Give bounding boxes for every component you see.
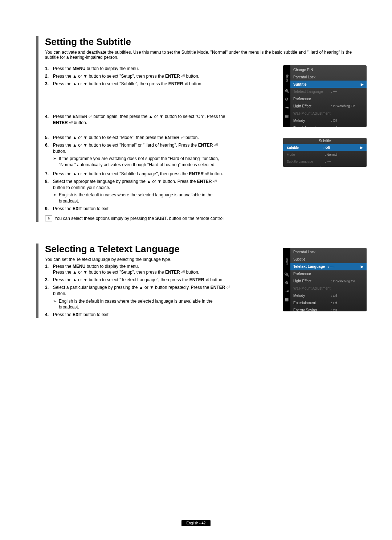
osd-row: Light Effect: In Watching TV <box>290 278 367 285</box>
osd-row: Energy Saving: Off <box>290 307 367 311</box>
step-num: 4. <box>45 114 53 126</box>
sub-note: English is the default in cases where th… <box>59 192 226 204</box>
osd-row: Mode: Normal <box>283 151 367 158</box>
step-num: 5. <box>45 135 53 141</box>
osd-title: Subtitle <box>283 138 367 144</box>
osd-sidebar-label: Setup <box>285 258 289 265</box>
section-setting-subtitle: Setting the Subtitle You can activate an… <box>36 36 367 222</box>
osd-footer-move: ◆ Move <box>300 166 311 167</box>
step-num: 2. <box>45 277 53 283</box>
step-text: Press the ENTER ⏎ button again, then pre… <box>53 114 226 126</box>
step-text: Press the EXIT button to exit. <box>53 312 234 318</box>
osd-setup-menu: Setup 🔌 ⚙ ⇥ ▦ Change PINParental LockSub… <box>283 65 367 127</box>
step-text: Press the ▲ or ▼ button to select "Subti… <box>53 171 226 177</box>
step-num: 6. <box>45 142 53 155</box>
section1-steps: 1. Press the MENU button to display the … <box>45 66 226 222</box>
remote-icon: ⎙ <box>45 216 52 221</box>
step-num: 8. <box>45 179 53 191</box>
osd-row: Preference <box>290 270 367 278</box>
osd-row: Entertainment: Off <box>290 124 367 127</box>
step-num: 1. <box>45 263 53 276</box>
plug-icon: 🔌 <box>284 89 289 93</box>
gear-icon: ⚙ <box>285 281 289 285</box>
osd-row: Subtitle: Off▶ <box>283 144 367 151</box>
step-text: Select a particular language by pressing… <box>53 285 234 297</box>
page-footer: English - 42 <box>0 520 392 525</box>
osd-setup-menu-teletext: Setup 🔌 ⚙ ⇥ ▦ Parental LockSubtitleTelet… <box>283 248 367 311</box>
note-arrow-icon: ➣ <box>53 192 59 204</box>
step-text: Press the ▲ or ▼ button to select "Setup… <box>53 73 226 79</box>
osd-row: Parental Lock <box>290 73 367 81</box>
osd-row: Subtitle <box>290 256 367 263</box>
section1-intro: You can activate and deactivate the subt… <box>45 50 367 60</box>
gear-icon: ⚙ <box>285 97 289 101</box>
step-num: 4. <box>45 312 53 318</box>
step-text: Press the MENU button to display the men… <box>53 263 234 276</box>
input-icon: ⇥ <box>285 289 289 293</box>
osd-row: Change PIN <box>290 66 367 73</box>
step-text: Select the appropriate language by press… <box>53 179 226 191</box>
osd-subtitle-menu: Subtitle Subtitle: Off▶Mode: NormalSubti… <box>283 138 367 167</box>
sub-note: If the programme you are watching does n… <box>59 156 226 168</box>
note-arrow-icon: ➣ <box>53 298 59 311</box>
osd-row: Light Effect: In Watching TV <box>290 102 367 110</box>
osd-row: Melody: Off <box>290 117 367 124</box>
input-icon: ⇥ <box>285 106 289 110</box>
osd-sidebar-label: Setup <box>285 74 289 82</box>
osd-row: Subtitle Language: ---- <box>283 158 367 165</box>
step-num: 1. <box>45 66 53 72</box>
section1-title: Setting the Subtitle <box>45 36 367 48</box>
osd-row: Entertainment: Off <box>290 299 367 307</box>
step-num: 7. <box>45 171 53 177</box>
osd-footer-return: ↺ Return <box>336 166 350 167</box>
osd-footer-enter: ⏎ Enter <box>318 166 330 167</box>
step-text: Press the EXIT button to exit. <box>53 206 226 212</box>
osd-row: Subtitle▶ <box>290 81 367 88</box>
osd-row: Parental Lock <box>290 249 367 256</box>
note-arrow-icon: ➣ <box>53 156 59 168</box>
step-num: 2. <box>45 73 53 79</box>
section-teletext-language: Selecting a Teletext Language You can se… <box>36 244 367 318</box>
app-icon: ▦ <box>285 114 289 118</box>
step-text: Press the ▲ or ▼ button to select "Mode"… <box>53 135 226 141</box>
page-number: English - 42 <box>181 520 211 526</box>
step-text: Press the ▲ or ▼ button to select "Telet… <box>53 277 234 283</box>
step-text: Press the ▲ or ▼ button to select "Subti… <box>53 81 226 87</box>
step-num: 3. <box>45 285 53 297</box>
app-icon: ▦ <box>285 298 289 302</box>
osd-row: Wall-Mount Adjustment <box>290 285 367 292</box>
osd-row: Wall-Mount Adjustment <box>290 110 367 117</box>
step-text: Press the ▲ or ▼ button to select "Norma… <box>53 142 226 155</box>
step-num: 3. <box>45 81 53 87</box>
remote-note: ⎙ You can select these options simply by… <box>45 216 226 222</box>
sub-note: English is the default in cases where th… <box>59 298 234 311</box>
step-num: 9. <box>45 206 53 212</box>
section2-steps: 1. Press the MENU button to display the … <box>45 263 234 318</box>
step-text: Press the MENU button to display the men… <box>53 66 226 72</box>
osd-row: Melody: Off <box>290 292 367 299</box>
osd-row: Teletext Language: ----▶ <box>290 263 367 270</box>
osd-row: Teletext Language: ---- <box>290 88 367 95</box>
plug-icon: 🔌 <box>284 273 289 277</box>
osd-row: Preference <box>290 95 367 102</box>
